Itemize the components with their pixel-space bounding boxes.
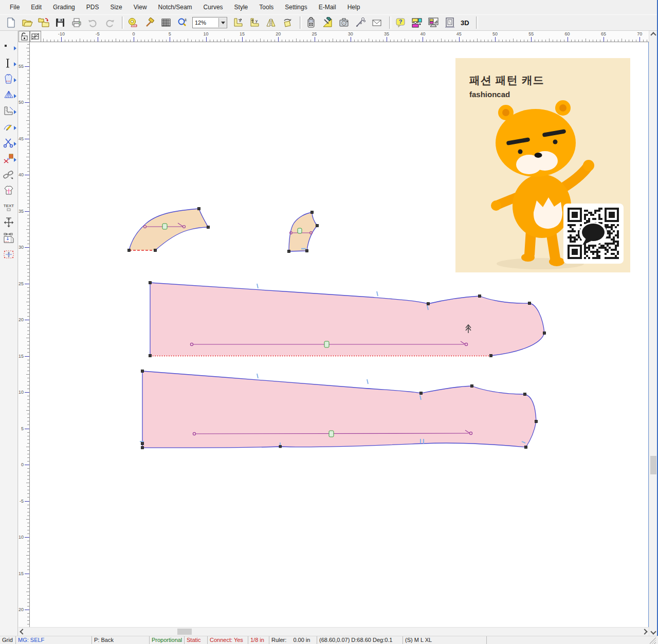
tool-line[interactable] xyxy=(1,56,16,70)
resize-grip[interactable] xyxy=(649,637,656,644)
hammer-button[interactable] xyxy=(143,16,156,29)
flyout-arrow-icon xyxy=(14,142,16,146)
status-snap-unit[interactable]: 1/8 in xyxy=(248,636,269,644)
grain-handle[interactable] xyxy=(329,431,334,437)
pds-pieces-button[interactable] xyxy=(410,16,424,29)
menu-file[interactable]: File xyxy=(4,4,25,11)
email-button[interactable] xyxy=(370,16,383,29)
status-piece[interactable]: P: Back xyxy=(92,636,150,644)
tool-move-arrows[interactable] xyxy=(1,215,16,230)
zoom-button[interactable]: ± xyxy=(176,16,189,29)
status-proportional-toggle[interactable]: Proportional xyxy=(150,636,185,644)
pattern-piece-sleeve-bottom[interactable] xyxy=(140,370,538,449)
zoom-dropdown-button[interactable] xyxy=(218,18,227,27)
vertical-scrollbar[interactable] xyxy=(649,31,657,636)
measure-shift-icon xyxy=(3,232,15,245)
open-pattern-button[interactable] xyxy=(37,16,50,29)
flip-y-button[interactable]: y xyxy=(248,16,261,29)
grain-handle[interactable] xyxy=(298,228,302,233)
status-ruler-label: Ruler: xyxy=(271,637,286,643)
ruler-label: 0 xyxy=(132,31,135,36)
ruler-label: 35 xyxy=(384,31,389,36)
open-lock-icon xyxy=(19,31,29,42)
menu-style[interactable]: Style xyxy=(229,4,254,11)
tool-scissors[interactable] xyxy=(1,136,16,150)
toolbar-separator xyxy=(389,16,391,29)
undo-button[interactable] xyxy=(86,16,100,29)
menu-settings[interactable]: Settings xyxy=(279,4,313,11)
tool-garment[interactable] xyxy=(1,183,16,198)
vertical-scroll-thumb[interactable] xyxy=(650,456,656,474)
print-button[interactable] xyxy=(70,16,83,29)
ruler-label: 15 xyxy=(19,353,24,358)
save-button[interactable] xyxy=(53,16,67,29)
flip-x-button[interactable]: x xyxy=(231,16,245,29)
kakao-bubble-icon xyxy=(582,224,605,241)
pattern-piece-collar-left[interactable] xyxy=(128,208,210,252)
tool-measure-shift[interactable] xyxy=(1,231,16,246)
grain-handle[interactable] xyxy=(162,224,167,229)
pattern-piece-sleeve-top[interactable] xyxy=(149,282,546,357)
menu-help[interactable]: Help xyxy=(342,4,366,11)
undo-icon xyxy=(87,17,99,28)
tool-chain-link[interactable] xyxy=(1,168,16,182)
menu-edit[interactable]: Edit xyxy=(25,4,47,11)
label-3d[interactable]: 3D xyxy=(461,19,469,27)
open-button[interactable] xyxy=(21,16,34,29)
tool-pencil-curve[interactable] xyxy=(1,120,16,134)
menu-email[interactable]: E-Mail xyxy=(313,4,342,11)
printer-3d-button[interactable] xyxy=(443,16,456,29)
scroll-right-button[interactable] xyxy=(641,628,649,636)
menu-notch-seam[interactable]: Notch/Seam xyxy=(153,4,198,11)
menu-tools[interactable]: Tools xyxy=(253,4,279,11)
ruler-label: 10 xyxy=(204,31,209,36)
status-bar: Grid MG: SELF P: Back Proportional Stati… xyxy=(0,636,658,644)
status-grid-toggle[interactable]: Grid xyxy=(0,636,16,644)
new-button[interactable] xyxy=(4,16,17,29)
menu-grading[interactable]: Grading xyxy=(47,4,81,11)
toolbar-separator xyxy=(476,16,478,29)
status-measure-group[interactable]: MG: SELF xyxy=(16,636,92,644)
grid-table-button[interactable] xyxy=(159,16,173,29)
horizontal-scroll-thumb[interactable] xyxy=(177,629,192,635)
menu-curves[interactable]: Curves xyxy=(198,4,229,11)
tool-xy-dimension[interactable]: XY xyxy=(1,247,16,262)
scroll-up-button[interactable] xyxy=(649,31,657,39)
tool-select-point[interactable] xyxy=(1,40,16,54)
help-button[interactable]: ? xyxy=(394,16,407,29)
printer-3d-icon xyxy=(444,17,455,28)
ruler-label: 45 xyxy=(456,31,462,36)
email-envelope-icon xyxy=(371,17,382,28)
menu-pds[interactable]: PDS xyxy=(81,4,105,11)
zoom-level-combo[interactable]: 12% xyxy=(192,17,227,28)
camera-button[interactable] xyxy=(337,16,351,29)
pds-screen-button[interactable] xyxy=(427,16,440,29)
drawing-canvas[interactable]: 패션 패턴 캐드 fashioncad xyxy=(30,42,649,627)
measure-tape-button[interactable] xyxy=(126,16,140,29)
mirror-button[interactable] xyxy=(264,16,278,29)
pattern-repair-button[interactable] xyxy=(321,16,334,29)
rotate-button[interactable] xyxy=(281,16,294,29)
keypad-button[interactable] xyxy=(304,16,318,29)
tool-corner-square[interactable] xyxy=(1,104,16,118)
print-icon xyxy=(71,17,82,28)
tool-cut-thread[interactable] xyxy=(1,152,16,166)
ruler-lock-toggle[interactable] xyxy=(19,31,30,42)
scroll-left-button[interactable] xyxy=(19,628,27,636)
plotter-pen-button[interactable] xyxy=(354,16,367,29)
measure-tape-icon xyxy=(127,17,139,28)
tool-dart-fan[interactable] xyxy=(1,88,16,102)
status-static-toggle[interactable]: Static xyxy=(185,636,208,644)
status-connect-toggle[interactable]: Connect: Yes xyxy=(208,636,248,644)
menu-view[interactable]: View xyxy=(128,4,153,11)
redo-button[interactable] xyxy=(103,16,116,29)
horizontal-scrollbar[interactable] xyxy=(19,627,649,636)
menu-size[interactable]: Size xyxy=(104,4,127,11)
grain-handle[interactable] xyxy=(324,341,329,347)
fashioncad-ad-banner: 패션 패턴 캐드 fashioncad xyxy=(455,58,630,272)
page-setup-button[interactable] xyxy=(30,31,41,42)
tool-pattern-piece[interactable] xyxy=(1,72,16,86)
tool-text[interactable]: TEXT xyxy=(1,199,16,214)
scroll-down-button[interactable] xyxy=(649,628,657,636)
pattern-piece-collar-right[interactable] xyxy=(288,211,319,253)
